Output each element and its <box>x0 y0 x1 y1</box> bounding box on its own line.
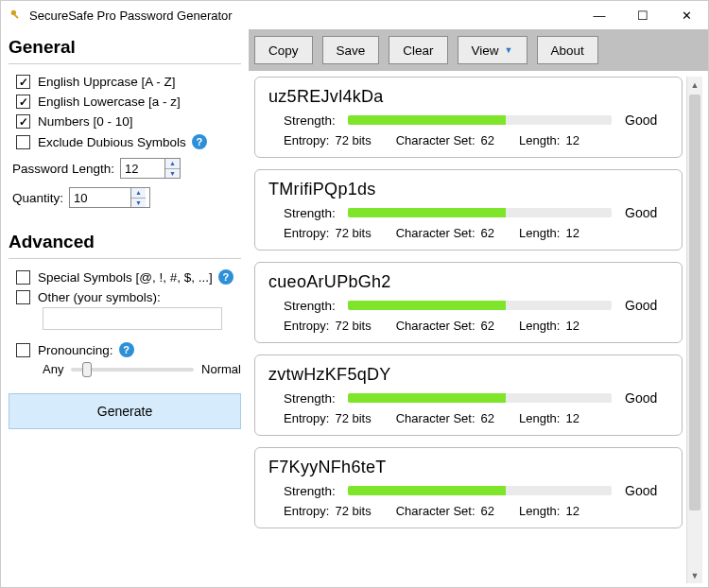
checkbox-other[interactable] <box>16 290 30 304</box>
charset-value: 62 <box>481 411 494 425</box>
help-icon[interactable]: ? <box>218 269 233 285</box>
checkbox-uppercase[interactable] <box>16 75 30 89</box>
result-card: F7KyyNFh6teTStrength:GoodEntropy:72 bits… <box>254 447 683 528</box>
close-button[interactable]: ✕ <box>665 1 708 29</box>
quantity-row: Quantity: ▲ ▼ <box>9 182 241 211</box>
window-controls: — ☐ ✕ <box>578 1 708 29</box>
option-lowercase[interactable]: English Lowercase [a - z] <box>9 92 241 112</box>
window-title: SecureSafe Pro Password Generator <box>29 9 233 23</box>
strength-label: Strength: <box>284 391 348 406</box>
strength-value: Good <box>625 112 668 128</box>
help-icon[interactable]: ? <box>192 134 207 149</box>
about-button[interactable]: About <box>537 36 598 64</box>
charset-value: 62 <box>481 319 494 333</box>
checkbox-numbers[interactable] <box>16 114 30 129</box>
option-label: Special Symbols [@, !, #, $, ...] <box>38 270 213 285</box>
main-panel: Copy Save Clear View▼ About uz5REJvl4kDa… <box>249 29 708 587</box>
slider-left-label: Any <box>43 362 63 376</box>
length-value: 12 <box>565 411 579 425</box>
password-text[interactable]: cueoArUPbGh2 <box>268 272 668 292</box>
length-value: 12 <box>565 319 579 333</box>
other-symbols-input[interactable] <box>43 307 222 330</box>
password-text[interactable]: F7KyyNFh6teT <box>268 458 668 477</box>
checkbox-exclude[interactable] <box>16 135 30 149</box>
quantity-up-icon[interactable]: ▲ <box>131 188 146 199</box>
section-advanced-title: Advanced <box>9 228 241 258</box>
charset-value: 62 <box>481 226 494 240</box>
strength-value: Good <box>625 205 668 220</box>
scroll-down-icon[interactable]: ▼ <box>687 567 702 583</box>
checkbox-lowercase[interactable] <box>16 95 30 109</box>
option-numbers[interactable]: Numbers [0 - 10] <box>9 112 241 131</box>
entropy-label: Entropy: <box>284 226 329 240</box>
length-meta-label: Length: <box>519 226 560 240</box>
quantity-label: Quantity: <box>12 191 63 205</box>
option-label: Numbers [0 - 10] <box>38 114 133 129</box>
length-input[interactable] <box>121 159 164 178</box>
help-icon[interactable]: ? <box>119 342 134 357</box>
password-text[interactable]: uz5REJvl4kDa <box>268 87 668 107</box>
charset-label: Character Set: <box>396 133 476 147</box>
save-button[interactable]: Save <box>322 36 380 64</box>
quantity-spinner[interactable]: ▲ ▼ <box>69 187 150 208</box>
length-meta-label: Length: <box>519 319 560 333</box>
results-list: uz5REJvl4kDaStrength:GoodEntropy:72 bits… <box>254 77 686 583</box>
entropy-label: Entropy: <box>284 504 329 518</box>
quantity-down-icon[interactable]: ▼ <box>131 199 146 208</box>
length-value: 12 <box>565 504 579 518</box>
checkbox-pronouncing[interactable] <box>16 343 30 357</box>
toolbar: Copy Save Clear View▼ About <box>249 29 708 71</box>
result-card: TMrifiPQp1dsStrength:GoodEntropy:72 bits… <box>254 169 683 251</box>
strength-value: Good <box>625 483 668 498</box>
view-button[interactable]: View▼ <box>458 36 527 64</box>
scroll-thumb[interactable] <box>689 95 700 510</box>
strength-value: Good <box>625 390 668 406</box>
scrollbar[interactable]: ▲ ▼ <box>686 77 702 583</box>
password-text[interactable]: zvtwHzKF5qDY <box>268 365 668 385</box>
copy-button[interactable]: Copy <box>254 36 313 64</box>
app-icon <box>9 8 24 23</box>
slider-thumb[interactable] <box>82 362 92 377</box>
strength-bar <box>348 208 612 217</box>
pronouncing-slider[interactable] <box>71 368 194 372</box>
option-pronouncing[interactable]: Pronouncing: ? <box>9 339 241 360</box>
entropy-value: 72 bits <box>335 226 371 240</box>
strength-label: Strength: <box>284 484 348 498</box>
minimize-button[interactable]: — <box>578 1 621 29</box>
maximize-button[interactable]: ☐ <box>621 1 665 29</box>
option-exclude[interactable]: Exclude Dubious Symbols ? <box>9 131 241 152</box>
generate-button[interactable]: Generate <box>9 393 241 429</box>
section-general-title: General <box>9 33 241 63</box>
chevron-down-icon: ▼ <box>505 45 513 55</box>
scroll-track[interactable] <box>687 93 702 567</box>
length-value: 12 <box>565 226 579 240</box>
strength-bar <box>348 301 612 310</box>
length-up-icon[interactable]: ▲ <box>165 159 180 169</box>
strength-label: Strength: <box>284 299 348 313</box>
quantity-input[interactable] <box>70 188 130 207</box>
slider-right-label: Normal <box>201 362 241 376</box>
length-label: Password Length: <box>12 162 114 176</box>
length-spinner[interactable]: ▲ ▼ <box>120 158 181 179</box>
entropy-label: Entropy: <box>284 411 329 425</box>
scroll-up-icon[interactable]: ▲ <box>687 77 702 93</box>
sidebar: General English Upprcase [A - Z] English… <box>1 29 249 587</box>
result-card: uz5REJvl4kDaStrength:GoodEntropy:72 bits… <box>254 77 683 158</box>
divider <box>9 258 241 259</box>
option-label: English Upprcase [A - Z] <box>38 75 176 89</box>
option-special[interactable]: Special Symbols [@, !, #, $, ...] ? <box>9 267 241 287</box>
password-text[interactable]: TMrifiPQp1ds <box>268 180 668 199</box>
length-down-icon[interactable]: ▼ <box>165 169 180 179</box>
length-meta-label: Length: <box>519 411 560 425</box>
length-value: 12 <box>565 133 579 147</box>
checkbox-special[interactable] <box>16 270 30 285</box>
password-length-row: Password Length: ▲ ▼ <box>9 152 241 182</box>
entropy-label: Entropy: <box>284 319 329 333</box>
option-other[interactable]: Other (your symbols): <box>9 287 241 307</box>
divider <box>9 63 241 64</box>
result-card: cueoArUPbGh2Strength:GoodEntropy:72 bits… <box>254 262 683 343</box>
length-meta-label: Length: <box>519 133 560 147</box>
clear-button[interactable]: Clear <box>389 36 447 64</box>
option-uppercase[interactable]: English Upprcase [A - Z] <box>9 72 241 92</box>
length-meta-label: Length: <box>519 504 560 518</box>
